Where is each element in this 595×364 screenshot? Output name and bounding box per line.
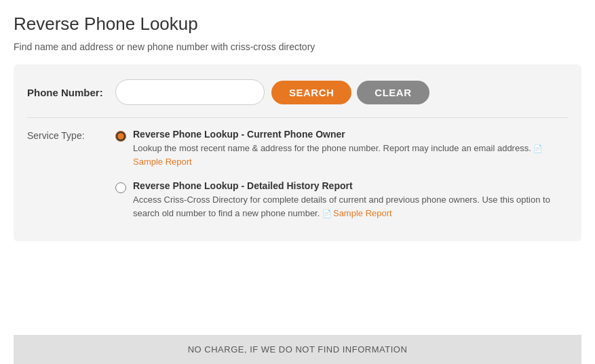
sample-link-2[interactable]: 📄Sample Report — [322, 208, 392, 218]
option-desc-1: Lookup the most recent name & address fo… — [133, 142, 568, 168]
page-wrapper: Reverse Phone Lookup Find name and addre… — [0, 0, 595, 364]
service-options: Reverse Phone Lookup - Current Phone Own… — [115, 129, 568, 220]
radio-option-2[interactable] — [115, 182, 126, 193]
page-subtitle: Find name and address or new phone numbe… — [14, 41, 581, 52]
page-title: Reverse Phone Lookup — [14, 14, 581, 35]
service-option-1: Reverse Phone Lookup - Current Phone Own… — [115, 129, 568, 168]
option-title-1: Reverse Phone Lookup - Current Phone Own… — [133, 129, 568, 140]
doc-icon-1: 📄 — [533, 144, 543, 153]
clear-button[interactable]: CLEAR — [357, 81, 429, 104]
option-title-2: Reverse Phone Lookup - Detailed History … — [133, 180, 568, 191]
service-type-label: Service Type: — [27, 129, 115, 141]
doc-icon-2: 📄 — [322, 209, 332, 218]
phone-label: Phone Number: — [27, 87, 115, 98]
phone-input[interactable] — [115, 79, 265, 105]
service-type-section: Service Type: Reverse Phone Lookup - Cur… — [27, 129, 568, 226]
form-section: Phone Number: SEARCH CLEAR Service Type:… — [14, 64, 581, 241]
option-text-2: Reverse Phone Lookup - Detailed History … — [133, 180, 568, 220]
option-text-1: Reverse Phone Lookup - Current Phone Own… — [133, 129, 568, 168]
phone-row: Phone Number: SEARCH CLEAR — [27, 79, 568, 105]
radio-option-1[interactable] — [115, 131, 126, 142]
divider — [27, 117, 568, 118]
search-button[interactable]: SEARCH — [271, 81, 351, 104]
footer-bar: NO CHARGE, IF WE DO NOT FIND INFORMATION — [14, 335, 581, 364]
option-desc-2: Access Criss-Cross Directory for complet… — [133, 193, 568, 220]
service-option-2: Reverse Phone Lookup - Detailed History … — [115, 180, 568, 220]
